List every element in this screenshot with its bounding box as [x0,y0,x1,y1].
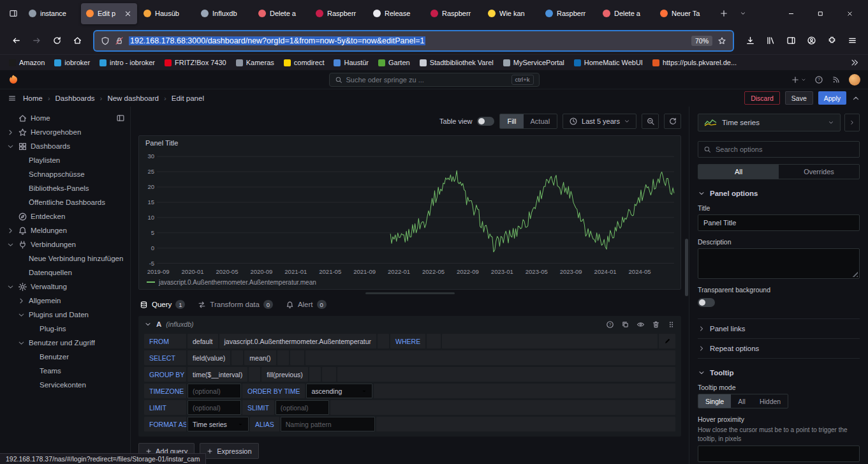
sidebar-chevron-icon[interactable] [6,241,15,249]
browser-tab[interactable]: Release [368,3,424,24]
bookmarks-overflow-button[interactable] [850,58,859,67]
sidebar-chevron-icon[interactable] [17,156,26,165]
table-view-toggle[interactable] [477,117,494,126]
news-button[interactable] [832,75,841,84]
sidebar-chevron-icon[interactable] [28,325,36,333]
zoom-out-button[interactable] [642,114,659,129]
browser-tab[interactable]: Hausüb [138,3,195,24]
browser-tab[interactable]: Wie kan [483,3,539,24]
sidebar-chevron-icon[interactable] [6,227,15,235]
tracking-protection-icon[interactable] [101,36,110,45]
sidebar-item[interactable]: Verwaltung [0,280,130,294]
sidebar-chevron-icon[interactable] [6,114,15,123]
bookmark-item[interactable]: MyServicePortal [503,59,564,66]
panel-header[interactable]: Panel Title [139,136,680,150]
hover-proximity-input[interactable] [698,445,860,462]
sidebar-chevron-icon[interactable] [17,255,26,263]
main-scrollbar[interactable] [684,107,689,464]
tooltip-mode-option[interactable]: Hidden [753,394,788,408]
list-all-tabs-button[interactable] [735,5,751,22]
toggle-text-edit-icon[interactable] [659,334,675,348]
refresh-button[interactable] [664,114,681,129]
sidebar-item[interactable]: Plugins und Daten [0,308,130,322]
extensions-button[interactable] [822,31,841,50]
app-menu-button[interactable] [842,31,862,50]
sidebar-item[interactable]: Neue Verbindung hinzufügen [0,251,130,266]
query-keyword[interactable]: ALIAS [250,417,279,431]
breadcrumb-item[interactable]: Home [23,94,43,102]
query-input[interactable]: (optional) [188,384,241,398]
remove-segment-icon[interactable] [232,350,243,365]
query-select[interactable]: Time series [188,417,249,431]
sidebar-chevron-icon[interactable] [17,184,26,193]
tooltip-header[interactable]: Tooltip [698,369,860,377]
query-input[interactable]: (optional) [276,400,329,415]
options-search-input[interactable]: Search options [698,141,860,158]
browser-tab[interactable]: Influxdb [196,3,252,24]
zoom-indicator[interactable]: 70% [691,36,712,46]
actual-option[interactable]: Actual [524,114,557,128]
browser-tab[interactable]: Delete a [253,3,309,24]
back-button[interactable] [6,31,26,50]
new-menu-button[interactable] [791,75,806,84]
query-row-filler[interactable] [337,367,675,382]
home-button[interactable] [68,31,87,50]
query-keyword-label[interactable]: TIMEZONE [144,384,186,398]
bookmark-item[interactable]: FRITZ!Box 7430 [165,59,226,66]
breadcrumb-item[interactable]: Edit panel [159,94,204,102]
query-editor-tab[interactable]: Alert 0 [286,300,327,309]
query-keyword-label[interactable]: FORMAT AS [144,417,186,431]
query-segment[interactable]: field(value) [188,350,230,365]
remove-segment-icon[interactable] [378,334,389,348]
mega-menu-toggle[interactable] [8,94,17,103]
query-row-filler[interactable] [374,384,675,398]
browser-tab[interactable]: Raspberr [311,3,367,24]
sidebar-item[interactable]: Teams [0,364,130,378]
sidebar-item[interactable]: Verbindungen [0,237,130,251]
query-input[interactable]: (optional) [188,400,241,415]
breadcrumb-item[interactable]: Dashboards [43,94,95,102]
connection-security-icon[interactable] [115,36,124,45]
sidebar-button[interactable] [781,31,800,50]
sidebar-chevron-icon[interactable] [17,311,26,319]
time-range-picker[interactable]: Last 5 years [563,114,636,129]
query-keyword-label[interactable]: LIMIT [144,400,186,415]
query-select[interactable]: ascending [306,384,372,398]
sidebar-chevron-icon[interactable] [17,170,26,179]
library-button[interactable] [761,31,780,50]
delete-query-icon[interactable] [652,320,660,329]
discard-button[interactable]: Discard [744,91,780,105]
sidebar-item[interactable]: Plug-ins [0,322,130,336]
breadcrumb-item[interactable]: New dashboard [95,94,159,102]
fill-option[interactable]: Fill [500,114,523,128]
bookmark-item[interactable]: https://puls.pkvarel.de... [652,59,737,66]
tooltip-mode-option[interactable]: All [731,394,753,408]
bookmark-item[interactable]: Kameras [236,59,274,66]
save-button[interactable]: Save [785,91,813,105]
firefox-view-icon[interactable] [4,4,23,23]
sidebar-chevron-icon[interactable] [17,297,26,305]
options-tab[interactable]: Overrides [779,165,859,179]
visualization-picker[interactable]: Time series [698,114,841,131]
browser-tab[interactable]: Edit p [81,3,137,24]
options-tab[interactable]: All [698,165,779,179]
query-segment[interactable]: javascript.0.Außenthermometer.Außentempe… [219,334,377,348]
legend-label[interactable]: javascript.0.Außenthermometer.Außentempe… [159,279,316,286]
sidebar-chevron-icon[interactable] [28,367,36,375]
collapse-query-icon[interactable] [144,320,152,328]
panel-description-input[interactable] [698,248,860,279]
query-segment[interactable]: default [188,334,218,348]
bookmark-item[interactable]: HomeMatic WebUI [574,59,643,66]
query-row-filler[interactable] [330,400,675,415]
bookmark-star-icon[interactable] [717,36,726,45]
sidebar-item[interactable]: Benutzer [0,350,130,364]
remove-segment-icon[interactable] [249,367,260,382]
sidebar-item[interactable]: Hervorgehoben [0,125,130,139]
add-segment-button[interactable] [322,367,336,382]
query-keyword-label[interactable]: GROUP BY [144,367,186,382]
query-editor-tab[interactable]: Transform data 0 [198,300,273,309]
new-tab-button[interactable] [716,5,732,22]
query-keyword[interactable]: SLIMIT [242,400,274,415]
panel-links-section[interactable]: Panel links [698,319,860,339]
sidebar-chevron-icon[interactable] [6,283,15,291]
